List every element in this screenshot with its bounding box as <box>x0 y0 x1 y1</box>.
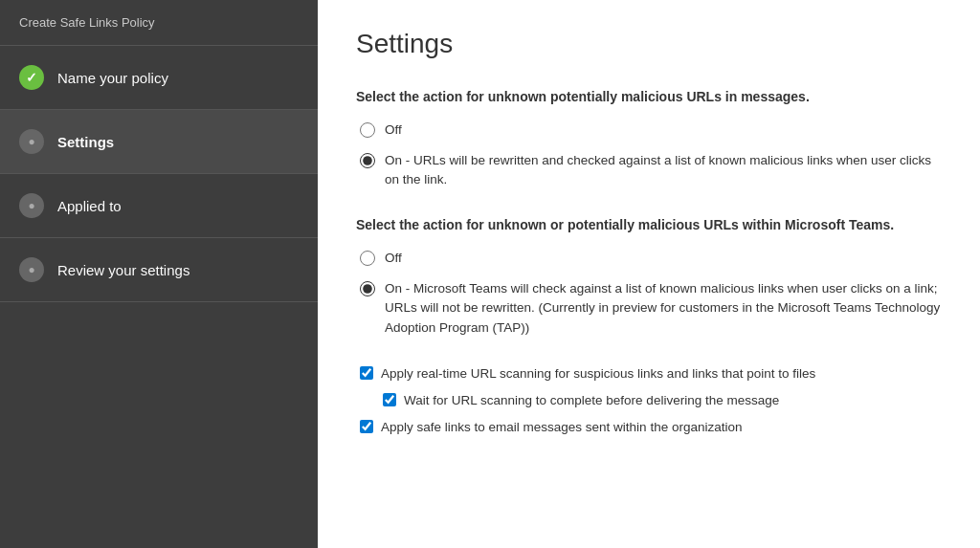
step-icon-settings: ● <box>19 129 44 154</box>
sidebar-item-label-name-policy: Name your policy <box>57 70 168 86</box>
realtime-scan-label[interactable]: Apply real-time URL scanning for suspici… <box>381 364 815 384</box>
teams-off-label[interactable]: Off <box>385 249 402 268</box>
msgs-off-radio[interactable] <box>360 122 375 138</box>
safe-links-email-checkbox[interactable] <box>360 420 373 433</box>
teams-off-radio[interactable] <box>360 251 375 266</box>
sidebar-item-label-settings: Settings <box>57 134 114 150</box>
teams-on-radio[interactable] <box>360 281 375 296</box>
msgs-on-radio[interactable] <box>360 153 375 168</box>
step-icon-review-settings: ● <box>19 257 44 282</box>
sidebar-item-label-review-settings: Review your settings <box>57 262 189 278</box>
teams-off-option[interactable]: Off <box>360 249 942 268</box>
sidebar: Create Safe Links Policy ✓ Name your pol… <box>0 0 318 548</box>
sidebar-item-applied-to[interactable]: ● Applied to <box>0 174 318 238</box>
teams-on-label[interactable]: On - Microsoft Teams will check against … <box>385 279 942 338</box>
safe-links-email-item[interactable]: Apply safe links to email messages sent … <box>360 418 942 437</box>
section1-radio-group: Off On - URLs will be rewritten and chec… <box>360 121 942 190</box>
section-teams-urls: Select the action for unknown or potenti… <box>356 216 942 338</box>
wait-scan-label[interactable]: Wait for URL scanning to complete before… <box>404 391 779 410</box>
step-icon-name-policy: ✓ <box>19 65 44 90</box>
msgs-on-option[interactable]: On - URLs will be rewritten and checked … <box>360 151 942 190</box>
section-messages-urls: Select the action for unknown potentiall… <box>356 88 942 189</box>
page-title: Settings <box>356 29 942 59</box>
sidebar-item-settings[interactable]: ● Settings <box>0 110 318 174</box>
main-content: Settings Select the action for unknown p… <box>318 0 980 548</box>
wait-scan-item[interactable]: Wait for URL scanning to complete before… <box>383 391 942 410</box>
safe-links-email-label[interactable]: Apply safe links to email messages sent … <box>381 418 742 437</box>
sidebar-item-name-policy[interactable]: ✓ Name your policy <box>0 46 318 110</box>
section1-label: Select the action for unknown potentiall… <box>356 88 942 107</box>
realtime-scan-checkbox[interactable] <box>360 366 373 380</box>
msgs-on-label[interactable]: On - URLs will be rewritten and checked … <box>385 151 942 190</box>
sidebar-item-review-settings[interactable]: ● Review your settings <box>0 238 318 302</box>
checkbox-group: Apply real-time URL scanning for suspici… <box>360 364 942 438</box>
section2-label: Select the action for unknown or potenti… <box>356 216 942 235</box>
realtime-scan-item[interactable]: Apply real-time URL scanning for suspici… <box>360 364 942 384</box>
msgs-off-option[interactable]: Off <box>360 121 942 140</box>
step-icon-applied-to: ● <box>19 193 44 218</box>
teams-on-option[interactable]: On - Microsoft Teams will check against … <box>360 279 942 338</box>
wait-scan-checkbox[interactable] <box>383 393 396 406</box>
sidebar-title: Create Safe Links Policy <box>0 0 318 46</box>
sidebar-item-label-applied-to: Applied to <box>57 198 122 214</box>
section2-radio-group: Off On - Microsoft Teams will check agai… <box>360 249 942 338</box>
msgs-off-label[interactable]: Off <box>385 121 402 140</box>
section-checkboxes: Apply real-time URL scanning for suspici… <box>356 364 942 438</box>
